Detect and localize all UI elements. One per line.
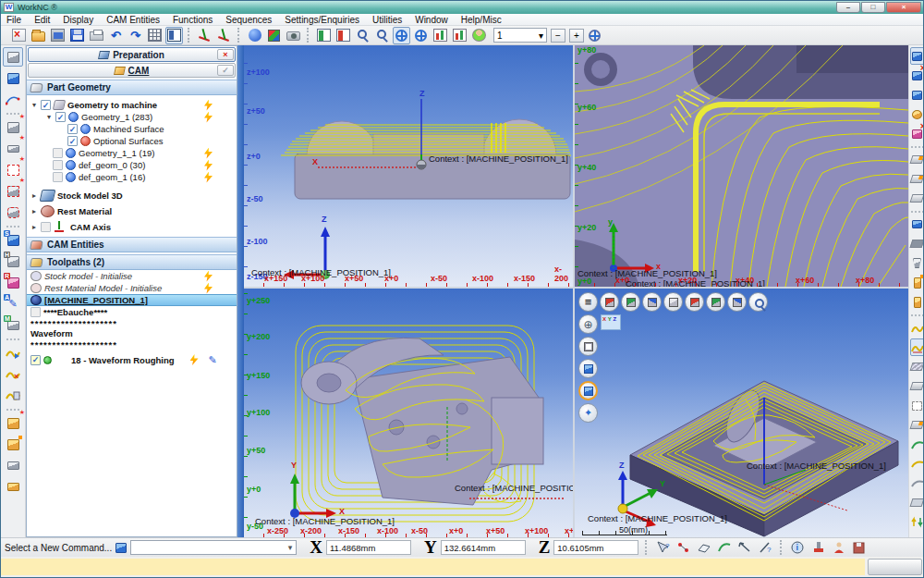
stock-polygon-button[interactable]	[3, 203, 23, 222]
surfaces-button[interactable]	[3, 68, 23, 88]
color-mode-button[interactable]	[265, 27, 283, 44]
edit-pen-icon[interactable]: ✎	[209, 354, 217, 366]
zoom-window-button[interactable]	[373, 27, 391, 44]
tree-label[interactable]: Optional Surfaces	[93, 136, 164, 146]
tree-row-optional-surfaces[interactable]: ✓ Optional Surfaces	[27, 135, 237, 147]
tree-label[interactable]: def_geom_0 (30)	[79, 160, 145, 170]
close-button[interactable]: ×	[886, 2, 921, 13]
menu-display[interactable]: Display	[63, 15, 93, 25]
tree-row-waveform-group[interactable]: Waveform	[27, 327, 237, 339]
menu-edit[interactable]: Edit	[34, 15, 50, 25]
lightning-icon[interactable]	[190, 354, 199, 365]
tree-row-geometry-1[interactable]: ▾ ✓ Geometry_1 (283)	[27, 111, 237, 123]
section-toolpaths[interactable]: Toolpaths (2)	[27, 254, 237, 270]
tree-row-rest-material-init[interactable]: Rest Material Model - Initialise	[27, 282, 237, 294]
panel-splitter[interactable]	[237, 45, 244, 537]
lightning-icon[interactable]	[204, 283, 213, 294]
menu-cam-entities[interactable]: CAM Entities	[106, 15, 160, 25]
grid-button[interactable]	[146, 27, 164, 44]
curve-cut-button[interactable]	[910, 474, 924, 492]
axis-user-button[interactable]	[215, 27, 233, 44]
tree-row-cam-axis[interactable]: ▸ CAM Axis	[27, 219, 237, 235]
lightning-icon[interactable]	[204, 160, 213, 171]
tree-label[interactable]: CAM Axis	[70, 222, 111, 232]
tree-label[interactable]: 18 - Waveform Roughing	[71, 355, 175, 365]
monitor-view-button[interactable]	[910, 215, 924, 233]
viewport-front[interactable]: z+100 z+50 z+0 z-50 z-100 z-150 x+150 x+…	[244, 45, 573, 287]
viewport-layout-button[interactable]	[165, 27, 183, 44]
checkbox[interactable]: ✓	[67, 136, 78, 146]
tool-hazard-button[interactable]	[910, 274, 924, 291]
expander-icon[interactable]: ▸	[30, 223, 38, 231]
view-menu-button[interactable]: ≡	[578, 292, 598, 312]
view-left-button[interactable]	[685, 292, 704, 312]
lightning-icon[interactable]	[204, 271, 213, 282]
erase-4-button[interactable]	[910, 416, 924, 434]
tree-label[interactable]: Rest Material Model - Initialise	[44, 283, 162, 293]
menu-file[interactable]: File	[6, 15, 21, 25]
tree-row-waveform-roughing[interactable]: ✓ 18 - Waveform Roughing ✎	[27, 352, 237, 367]
tool-info-button[interactable]	[810, 539, 827, 556]
save-button[interactable]	[68, 27, 86, 44]
open-file-button[interactable]	[30, 27, 47, 44]
view-rotate-button[interactable]	[663, 292, 683, 312]
curve-edit-button[interactable]	[910, 436, 924, 453]
view-zoom-button[interactable]	[748, 292, 768, 312]
erase-3-button[interactable]	[910, 377, 924, 395]
section-cam-entities[interactable]: CAM Entities	[27, 237, 237, 252]
coord-x-field[interactable]	[326, 540, 411, 555]
caliper-button[interactable]	[736, 539, 753, 556]
tree-row-rest-material[interactable]: ▸ Rest Material	[27, 203, 237, 219]
toolpath-copy-button[interactable]	[3, 386, 23, 405]
checkbox[interactable]: ✓	[67, 124, 78, 134]
snapshot-button[interactable]	[285, 27, 302, 44]
tree-row-machined-surface[interactable]: ✓ Machined Surface	[27, 123, 237, 135]
lightning-icon[interactable]	[204, 112, 213, 123]
close-panel-button[interactable]: ×	[217, 49, 234, 60]
erase-1-button[interactable]	[910, 151, 924, 168]
layers-button[interactable]	[3, 477, 23, 497]
tree-label[interactable]: Rest Material	[57, 206, 112, 216]
coord-z-field[interactable]	[553, 540, 638, 555]
view-front-button[interactable]	[600, 292, 619, 312]
checkbox[interactable]	[53, 148, 63, 158]
notification-button[interactable]	[868, 559, 922, 575]
checkbox[interactable]	[53, 160, 63, 170]
tree-label[interactable]: Stock model - Initialise	[44, 271, 132, 281]
base-button[interactable]	[910, 235, 924, 252]
undo-button[interactable]: ↶	[107, 27, 125, 44]
tree-label[interactable]: Stock Model 3D	[57, 191, 123, 201]
measure-points-button[interactable]	[675, 539, 692, 556]
facet-cube-button[interactable]: ✦	[578, 403, 598, 423]
view-back-button[interactable]	[621, 292, 640, 312]
view-scale-combobox[interactable]: 1 ▾	[493, 28, 547, 43]
tab-preparation[interactable]: Preparation ×	[28, 47, 236, 62]
tree-label[interactable]: Machined Surface	[93, 124, 164, 134]
toolpath-limit-button[interactable]	[910, 338, 924, 356]
user-view-button[interactable]	[470, 27, 488, 44]
checkbox[interactable]	[30, 307, 41, 317]
shaded-edges-button[interactable]	[578, 381, 598, 400]
minimize-button[interactable]: –	[836, 2, 860, 13]
preparation-surface-button[interactable]	[3, 47, 23, 67]
checkbox[interactable]: ✓	[55, 112, 66, 122]
laptop-button[interactable]	[3, 456, 23, 475]
angle-query-button[interactable]: ?	[757, 539, 773, 556]
show-entity-button[interactable]	[910, 86, 924, 104]
print-button[interactable]	[88, 27, 105, 44]
menu-window[interactable]: Window	[415, 15, 448, 25]
shading-button[interactable]	[246, 27, 263, 44]
tool-axes-button[interactable]	[910, 293, 924, 311]
tree-label[interactable]: [MACHINE_POSITION_1]	[44, 295, 148, 305]
section-part-geometry[interactable]: Part Geometry	[27, 80, 237, 95]
expander-icon[interactable]: ▸	[30, 207, 38, 215]
measure-plane-button[interactable]	[696, 539, 712, 556]
checkbox[interactable]: ✓	[30, 355, 41, 365]
axis-badge[interactable]: X Y Z	[601, 314, 621, 330]
hide-panel-button[interactable]	[334, 27, 352, 44]
holder-h-button[interactable]: H	[3, 252, 23, 271]
holder-view-button[interactable]	[910, 254, 924, 272]
menu-sequences[interactable]: Sequences	[225, 15, 272, 25]
stamp-button[interactable]	[910, 494, 924, 511]
viewport-detail[interactable]: y+80 y+60 y+40 y+20 y+0 x+0 x+20 x+40 x+…	[575, 45, 908, 287]
